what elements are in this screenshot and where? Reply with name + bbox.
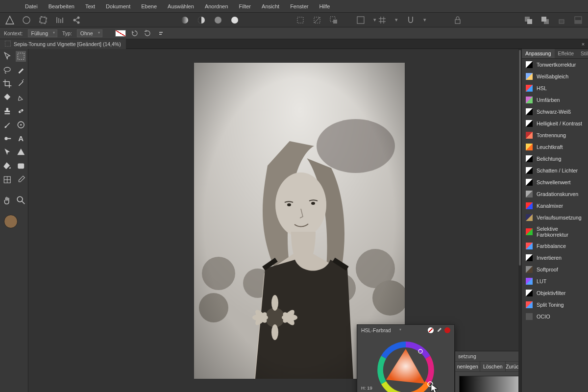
persona-tone-icon[interactable] [55,15,65,25]
bucket-tool[interactable] [2,161,13,172]
dropdown-caret-icon[interactable]: ▾ [394,15,399,25]
gradient-strip[interactable] [459,376,521,392]
flood-fill-tool[interactable] [2,92,13,103]
menu-filter[interactable]: Filter [234,3,256,9]
selection-rect-icon[interactable] [295,15,305,25]
canvas[interactable]: HSL-Farbrad [28,49,521,392]
adjustment-item[interactable]: Verlaufsumsetzung [522,212,588,223]
adjustment-item[interactable]: Gradationskurven [522,188,588,200]
text-tool[interactable]: A [16,133,26,144]
paint-brush-tool[interactable] [2,120,13,130]
reset-icon[interactable] [131,29,139,37]
menu-text[interactable]: Text [80,3,100,9]
adjustment-item[interactable]: Helligkeit / Kontrast [522,118,588,129]
adjustment-item[interactable]: Farbbalance [522,240,588,252]
adjustment-item[interactable]: Tontrennung [522,129,588,141]
persona-liquify-icon[interactable] [22,15,31,25]
solid-circle-icon[interactable] [230,15,240,25]
erase-tool[interactable] [16,120,26,130]
panel-tab-stile[interactable]: Stile [577,49,588,58]
quickmask-icon[interactable] [356,15,366,25]
persona-export-icon[interactable] [72,15,81,25]
foreground-color-well[interactable] [4,215,18,228]
selection-tool[interactable] [16,51,26,62]
menu-auswählen[interactable]: Auswählen [162,3,199,9]
menu-dokument[interactable]: Dokument [100,3,136,9]
crop-tool[interactable] [2,78,13,89]
persona-develop-icon[interactable] [38,15,48,25]
adjustment-item[interactable]: Schwellenwert [522,176,588,188]
adjustment-item[interactable]: Tonwertkorrektur [522,59,588,71]
rect-tool[interactable] [16,161,26,172]
gradient-mask-icon[interactable] [180,15,190,25]
shape-tool[interactable] [16,147,26,158]
lasso-tool[interactable] [2,65,13,75]
zoom-tool[interactable] [16,195,26,206]
fill-swatch-none[interactable] [115,30,126,37]
half-circle-icon[interactable] [196,15,206,25]
persona-photo-icon[interactable] [5,15,15,25]
menu-bearbeiten[interactable]: Bearbeiten [43,3,80,9]
snap-icon[interactable] [406,15,416,25]
menu-ansicht[interactable]: Ansicht [256,3,285,9]
adjustment-item[interactable]: Softproof [522,264,588,275]
right-scrollbar[interactable] [518,49,521,392]
adjustment-item[interactable]: OCIO [522,311,588,322]
pen-tool[interactable] [16,92,26,103]
dropdown-caret-icon[interactable]: ▾ [372,15,377,25]
stamp-tool[interactable] [2,106,13,117]
current-color-swatch[interactable] [444,327,450,333]
menu-datei[interactable]: Datei [20,3,43,9]
adjustment-item[interactable]: HSL [522,82,588,94]
move-tool[interactable] [2,51,13,62]
align-icon[interactable] [156,29,164,37]
adjustment-item[interactable]: Selektive Farbkorrektur [522,223,588,240]
selection-diag-icon[interactable] [312,15,322,25]
adjustment-item[interactable]: Schwarz-Weiß [522,106,588,118]
hsl-wheel[interactable]: H: 19 S: 100 L: 5 [357,336,454,392]
clip-front-icon[interactable] [523,15,533,25]
adjustment-item[interactable]: Weißabgleich [522,71,588,82]
dodge-tool[interactable] [2,133,13,144]
eyedropper-icon[interactable] [436,327,442,333]
context-dropdown[interactable]: Füllung [28,29,57,37]
panel-tab-anpassung[interactable]: Anpassung [522,49,555,58]
soft-circle-icon[interactable] [213,15,223,25]
adjustment-item[interactable]: Split Toning [522,299,588,311]
adjustment-item[interactable]: Leuchtkraft [522,141,588,153]
adjustment-dialog[interactable]: setzung × nenlegenLöschenZurücksetzen Ei… [455,351,521,392]
grid-icon[interactable] [377,15,387,25]
selection-refine-icon[interactable] [329,15,339,25]
color-mode-dropdown[interactable]: HSL-Farbrad [361,327,425,333]
dialog-button[interactable]: Löschen [480,362,505,371]
none-swatch-icon[interactable] [428,327,434,333]
adjustment-item[interactable]: Invertieren [522,252,588,264]
document-tab[interactable]: Sepia-Tonung und Vignette [Geändert] (14… [0,39,126,49]
menu-hilfe[interactable]: Hilfe [314,3,335,9]
wand-tool[interactable] [16,78,26,89]
adjustment-item[interactable]: Kanalmixer [522,200,588,212]
dropdown-caret-icon[interactable]: ▾ [422,15,427,25]
brush-selection-tool[interactable] [16,65,26,75]
hand-tool[interactable] [2,195,13,206]
color-picker-panel[interactable]: HSL-Farbrad [357,324,455,392]
picker-tool[interactable] [16,174,26,185]
menu-ebene[interactable]: Ebene [136,3,162,9]
heal-tool[interactable] [16,106,26,117]
mesh-tool[interactable] [2,174,13,185]
node-tool[interactable] [2,147,13,158]
dialog-button[interactable]: nenlegen [455,362,480,371]
lock-icon[interactable] [453,15,463,25]
adjustment-item[interactable]: Schatten / Lichter [522,165,588,176]
adjustment-item[interactable]: Objektivfilter [522,287,588,299]
adjustment-item[interactable]: Umfärben [522,94,588,106]
adjustment-item[interactable]: LUT [522,275,588,287]
adjustment-item[interactable]: Belichtung [522,153,588,165]
close-tab-button[interactable]: × [578,41,588,47]
clip-back-icon[interactable] [540,15,550,25]
rotate-icon[interactable] [144,29,151,37]
type-dropdown[interactable]: Ohne [77,29,102,37]
lock-ui-icon[interactable] [557,15,566,25]
menu-anordnen[interactable]: Anordnen [199,3,234,9]
menu-fenster[interactable]: Fenster [285,3,314,9]
